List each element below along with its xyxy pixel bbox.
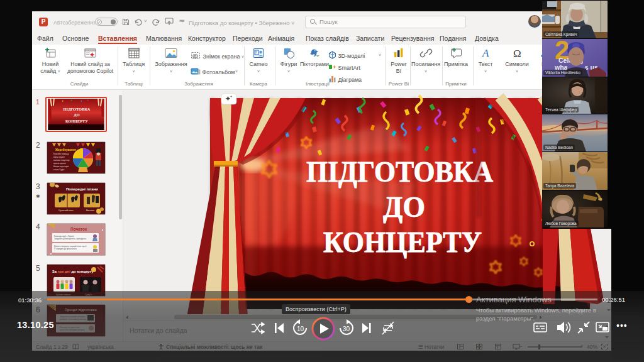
svg-text:Жеребкування: Жеребкування (55, 148, 76, 151)
svg-text:Вистава: Вистава (86, 209, 94, 212)
svg-text:Ω: Ω (513, 48, 521, 60)
svg-text:Завдання дітям вдягніть, прихо: Завдання дітям вдягніть, приходи за (54, 238, 86, 240)
svg-text:ДО: ДО (383, 191, 425, 223)
svg-text:ПІДГОТОВКА: ПІДГОТОВКА (64, 107, 91, 111)
svg-text:вагома з партнер: вагома з партнер (53, 159, 70, 162)
svg-text:стане Судія: стане Судія (53, 168, 65, 171)
svg-text:ПІДГОТОВКА: ПІДГОТОВКА (306, 156, 493, 188)
svg-text:Сучасний план: Сучасний план (58, 209, 74, 212)
svg-text:За три дні до концерту: За три дні до концерту (52, 270, 94, 273)
svg-text:Початок: Початок (70, 227, 87, 231)
svg-text:10: 10 (297, 326, 304, 332)
svg-text:КОНЦЕРТУ: КОНЦЕРТУ (323, 226, 482, 258)
svg-text:КОНЦЕРТУ: КОНЦЕРТУ (65, 119, 88, 123)
svg-text:У середині до фінального: У середині до фінального (54, 248, 77, 250)
svg-text:A: A (482, 47, 489, 59)
svg-text:віді є кружні: віді є кружні (53, 156, 65, 158)
svg-text:ДО: ДО (74, 112, 79, 117)
svg-text:країни країни: країни країни (53, 162, 66, 165)
svg-text:30: 30 (343, 326, 350, 332)
svg-text:Назви партнерів: Назви партнерів (53, 165, 69, 168)
svg-text:Попередні плани: Попередні плани (66, 187, 98, 191)
svg-text:Кожній з команд: Кожній з команд (53, 153, 69, 155)
